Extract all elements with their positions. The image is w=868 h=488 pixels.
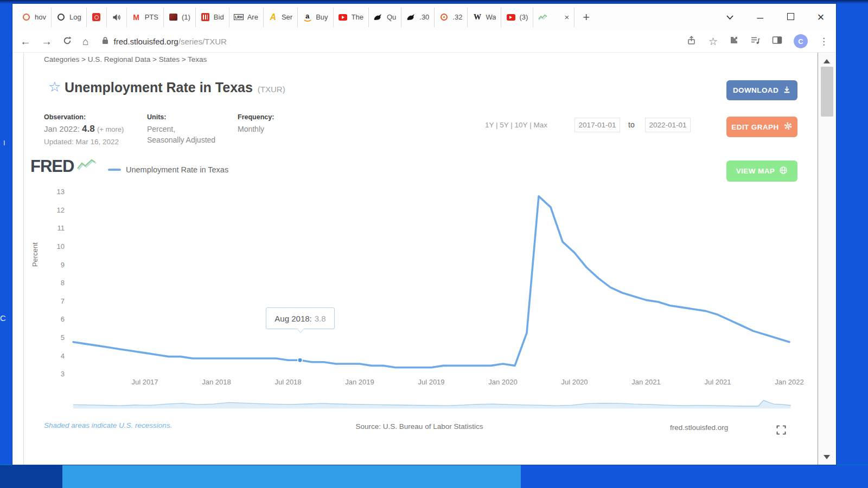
back-button[interactable]: ←: [20, 36, 31, 47]
desktop-artifact: C: [0, 313, 6, 323]
observation-more-link[interactable]: (+ more): [97, 125, 124, 133]
tab-title: Log: [69, 13, 81, 21]
sidebar-panel-icon[interactable]: [772, 36, 782, 47]
red-bars-icon: [201, 12, 210, 22]
share-icon[interactable]: [687, 35, 697, 48]
browser-tab[interactable]: The: [334, 8, 369, 27]
new-tab-button[interactable]: +: [583, 11, 590, 23]
scrollbar-thumb[interactable]: [821, 67, 833, 117]
browser-menu-icon[interactable]: ⋮: [819, 37, 828, 46]
tab-title: PTS: [145, 13, 158, 21]
profile-avatar[interactable]: C: [794, 34, 808, 48]
tab-search-chevron-icon[interactable]: [714, 15, 745, 20]
tab-title: Bid: [214, 13, 224, 21]
url-text: fred.stlouisfed.org/series/TXUR: [113, 37, 226, 46]
browser-tab[interactable]: aBuy: [298, 8, 333, 27]
breadcrumb-link[interactable]: Categories: [44, 55, 79, 63]
page-scrollbar[interactable]: [818, 53, 836, 465]
browser-tab[interactable]: LRHAre: [229, 8, 264, 27]
browser-tab[interactable]: Bid: [196, 8, 229, 27]
browser-tab[interactable]: WWa: [468, 8, 501, 27]
tab-title: The: [352, 13, 363, 21]
x-tick-label: Jan 2022: [765, 378, 814, 386]
bookmark-star-icon[interactable]: ☆: [709, 36, 718, 47]
download-button[interactable]: DOWNLOAD: [726, 80, 797, 100]
download-icon: [783, 86, 791, 95]
red-globe-icon: [92, 12, 101, 22]
browser-tab[interactable]: hov: [17, 8, 52, 27]
brush-line[interactable]: [73, 400, 791, 406]
close-window-button[interactable]: ×: [806, 10, 836, 24]
range-preset-10y[interactable]: 10Y: [515, 121, 528, 129]
browser-tab[interactable]: ASer: [264, 8, 298, 27]
y-tick-label: 9: [43, 261, 65, 269]
observation-date: Jan 2022:: [44, 124, 80, 133]
y-tick-label: 12: [43, 206, 65, 214]
youtube-icon: [339, 12, 348, 22]
browser-tab[interactable]: Qu: [369, 8, 401, 27]
range-preset-5y[interactable]: 5Y: [500, 121, 508, 129]
fullscreen-icon[interactable]: [776, 425, 786, 435]
range-preset-max[interactable]: Max: [533, 121, 547, 129]
tab-title: Ser: [282, 13, 292, 21]
desktop: I C hovLogMPTS(1)BidLRHAreASeraBuyTheQu.…: [0, 0, 868, 488]
minimize-button[interactable]: –: [745, 11, 775, 24]
browser-tab[interactable]: (3): [501, 8, 533, 27]
taskbar-segment: [521, 465, 868, 488]
layout-divider: [23, 53, 24, 465]
recessions-note-link[interactable]: Shaded areas indicate U.S. recessions.: [44, 421, 172, 429]
bird-icon: [374, 12, 383, 22]
maximize-button[interactable]: [775, 11, 806, 23]
breadcrumb-link[interactable]: Texas: [188, 55, 207, 63]
playlist-music-icon[interactable]: [750, 36, 761, 47]
units-block: Units: Percent, Seasonally Adjusted: [147, 113, 215, 145]
scroll-down-arrow[interactable]: [824, 455, 830, 459]
navigation-bar: ← → ⌂ fred.stlouisfed.org/series/TXUR ☆: [12, 30, 836, 53]
x-tick-label: Jul 2020: [550, 378, 599, 386]
x-tick-label: Jan 2019: [335, 378, 384, 386]
breadcrumb-link[interactable]: States: [159, 55, 180, 63]
edit-graph-button[interactable]: EDIT GRAPH: [726, 117, 797, 137]
tooltip-point[interactable]: [298, 358, 302, 362]
date-to-input[interactable]: [645, 118, 691, 132]
address-bar[interactable]: fred.stlouisfed.org/series/TXUR: [102, 36, 226, 47]
tab-active-fred[interactable]: ×: [533, 8, 575, 27]
frequency-label: Frequency:: [238, 113, 274, 121]
browser-tab[interactable]: .30: [401, 8, 435, 27]
breadcrumb-link[interactable]: U.S. Regional Data: [88, 55, 151, 63]
sparkline-icon: [538, 12, 547, 22]
globe-icon: [779, 166, 788, 176]
units-value-1: Percent,: [147, 124, 215, 134]
date-from-input[interactable]: [575, 118, 620, 132]
ring-orange-icon: [22, 12, 31, 22]
browser-tab[interactable]: .32: [435, 8, 468, 27]
chart-canvas: [12, 53, 819, 465]
favorite-star-icon[interactable]: ☆: [48, 79, 61, 95]
home-button[interactable]: ⌂: [82, 36, 88, 47]
browser-tab[interactable]: [107, 8, 127, 27]
browser-window: hovLogMPTS(1)BidLRHAreASeraBuyTheQu.30.3…: [12, 3, 837, 465]
forward-button[interactable]: →: [41, 36, 52, 47]
ring-dark-icon: [56, 12, 66, 22]
chart-legend: Unemployment Rate in Texas: [108, 165, 228, 174]
y-tick-label: 5: [43, 333, 65, 342]
browser-tab[interactable]: MPTS: [127, 8, 164, 27]
reload-button[interactable]: [62, 36, 72, 47]
view-map-button[interactable]: VIEW MAP: [726, 160, 797, 182]
observation-label: Observation:: [44, 113, 124, 121]
brush-area-fill: [73, 400, 791, 408]
maximize-icon: [787, 13, 794, 20]
extensions-puzzle-icon[interactable]: [729, 35, 739, 47]
close-tab-icon[interactable]: ×: [565, 13, 570, 21]
fred-logo-sparkline-icon: [77, 158, 98, 175]
browser-tab[interactable]: [87, 8, 107, 27]
scroll-up-arrow[interactable]: [824, 59, 830, 63]
tab-title: Are: [247, 13, 258, 21]
lrh-logo-icon: LRH: [234, 12, 244, 22]
browser-tab[interactable]: (1): [164, 8, 196, 27]
browser-tab[interactable]: Log: [52, 8, 87, 27]
units-label: Units:: [147, 113, 215, 121]
fred-logo: FRED: [30, 158, 98, 175]
range-preset-1y[interactable]: 1Y: [485, 121, 494, 129]
observation-updated: Updated: Mar 16, 2022: [44, 138, 124, 146]
